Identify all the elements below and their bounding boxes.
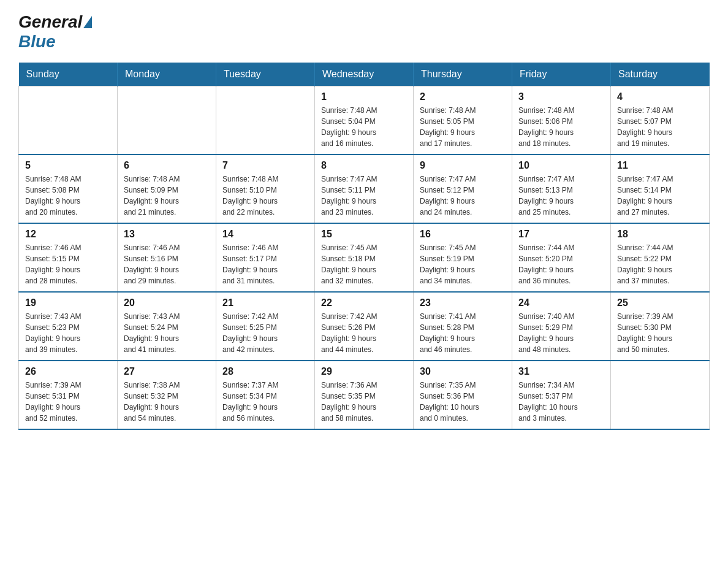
day-info: Sunrise: 7:43 AM Sunset: 5:23 PM Dayligh… [25,311,111,355]
calendar-cell: 10Sunrise: 7:47 AM Sunset: 5:13 PM Dayli… [512,155,611,223]
day-info: Sunrise: 7:46 AM Sunset: 5:15 PM Dayligh… [25,242,111,286]
day-info: Sunrise: 7:44 AM Sunset: 5:20 PM Dayligh… [518,242,604,286]
calendar-cell: 6Sunrise: 7:48 AM Sunset: 5:09 PM Daylig… [118,155,216,223]
day-number: 30 [420,366,506,377]
calendar-cell [216,86,315,155]
calendar-cell: 16Sunrise: 7:45 AM Sunset: 5:19 PM Dayli… [414,223,512,292]
day-info: Sunrise: 7:44 AM Sunset: 5:22 PM Dayligh… [617,242,703,286]
day-info: Sunrise: 7:48 AM Sunset: 5:06 PM Dayligh… [518,105,604,149]
calendar-cell: 26Sunrise: 7:39 AM Sunset: 5:31 PM Dayli… [19,361,118,429]
day-info: Sunrise: 7:46 AM Sunset: 5:17 PM Dayligh… [222,242,308,286]
logo: General Blue [18,12,92,52]
day-info: Sunrise: 7:47 AM Sunset: 5:14 PM Dayligh… [617,174,703,218]
day-info: Sunrise: 7:39 AM Sunset: 5:30 PM Dayligh… [617,311,703,355]
day-number: 24 [518,297,604,308]
calendar-cell: 8Sunrise: 7:47 AM Sunset: 5:11 PM Daylig… [315,155,414,223]
calendar-cell: 23Sunrise: 7:41 AM Sunset: 5:28 PM Dayli… [414,292,512,361]
day-number: 27 [124,366,210,377]
calendar-cell: 18Sunrise: 7:44 AM Sunset: 5:22 PM Dayli… [611,223,710,292]
day-number: 14 [222,229,308,240]
calendar-table: SundayMondayTuesdayWednesdayThursdayFrid… [18,63,710,430]
day-info: Sunrise: 7:38 AM Sunset: 5:32 PM Dayligh… [124,380,210,424]
calendar-cell [118,86,216,155]
calendar-cell: 11Sunrise: 7:47 AM Sunset: 5:14 PM Dayli… [611,155,710,223]
calendar-cell: 17Sunrise: 7:44 AM Sunset: 5:20 PM Dayli… [512,223,611,292]
day-info: Sunrise: 7:41 AM Sunset: 5:28 PM Dayligh… [420,311,506,355]
day-number: 7 [222,160,308,171]
calendar-week-row: 26Sunrise: 7:39 AM Sunset: 5:31 PM Dayli… [19,361,710,429]
day-number: 1 [321,91,407,102]
day-info: Sunrise: 7:47 AM Sunset: 5:13 PM Dayligh… [518,174,604,218]
day-info: Sunrise: 7:42 AM Sunset: 5:26 PM Dayligh… [321,311,407,355]
calendar-cell: 3Sunrise: 7:48 AM Sunset: 5:06 PM Daylig… [512,86,611,155]
calendar-cell: 21Sunrise: 7:42 AM Sunset: 5:25 PM Dayli… [216,292,315,361]
calendar-cell: 19Sunrise: 7:43 AM Sunset: 5:23 PM Dayli… [19,292,118,361]
day-number: 10 [518,160,604,171]
day-number: 25 [617,297,703,308]
header-sunday: Sunday [19,63,118,86]
calendar-header-row: SundayMondayTuesdayWednesdayThursdayFrid… [19,63,710,86]
day-number: 12 [25,229,111,240]
calendar-week-row: 5Sunrise: 7:48 AM Sunset: 5:08 PM Daylig… [19,155,710,223]
day-info: Sunrise: 7:43 AM Sunset: 5:24 PM Dayligh… [124,311,210,355]
day-number: 20 [124,297,210,308]
day-number: 16 [420,229,506,240]
calendar-cell: 12Sunrise: 7:46 AM Sunset: 5:15 PM Dayli… [19,223,118,292]
day-info: Sunrise: 7:48 AM Sunset: 5:07 PM Dayligh… [617,105,703,149]
header-monday: Monday [118,63,216,86]
day-info: Sunrise: 7:45 AM Sunset: 5:18 PM Dayligh… [321,242,407,286]
day-number: 19 [25,297,111,308]
day-info: Sunrise: 7:36 AM Sunset: 5:35 PM Dayligh… [321,380,407,424]
day-info: Sunrise: 7:48 AM Sunset: 5:08 PM Dayligh… [25,174,111,218]
calendar-cell: 25Sunrise: 7:39 AM Sunset: 5:30 PM Dayli… [611,292,710,361]
day-number: 18 [617,229,703,240]
calendar-cell: 29Sunrise: 7:36 AM Sunset: 5:35 PM Dayli… [315,361,414,429]
day-number: 11 [617,160,703,171]
calendar-cell: 4Sunrise: 7:48 AM Sunset: 5:07 PM Daylig… [611,86,710,155]
day-number: 6 [124,160,210,171]
day-number: 26 [25,366,111,377]
calendar-cell: 24Sunrise: 7:40 AM Sunset: 5:29 PM Dayli… [512,292,611,361]
day-info: Sunrise: 7:42 AM Sunset: 5:25 PM Dayligh… [222,311,308,355]
day-info: Sunrise: 7:35 AM Sunset: 5:36 PM Dayligh… [420,380,506,424]
day-info: Sunrise: 7:47 AM Sunset: 5:12 PM Dayligh… [420,174,506,218]
day-number: 5 [25,160,111,171]
calendar-cell: 9Sunrise: 7:47 AM Sunset: 5:12 PM Daylig… [414,155,512,223]
header-friday: Friday [512,63,611,86]
calendar-cell: 31Sunrise: 7:34 AM Sunset: 5:37 PM Dayli… [512,361,611,429]
calendar-cell: 13Sunrise: 7:46 AM Sunset: 5:16 PM Dayli… [118,223,216,292]
day-number: 17 [518,229,604,240]
day-number: 4 [617,91,703,102]
day-info: Sunrise: 7:45 AM Sunset: 5:19 PM Dayligh… [420,242,506,286]
header: General Blue [18,12,710,52]
day-info: Sunrise: 7:34 AM Sunset: 5:37 PM Dayligh… [518,380,604,424]
day-number: 21 [222,297,308,308]
logo-general-text: General [18,12,82,32]
logo-triangle-icon [83,16,92,28]
day-number: 22 [321,297,407,308]
day-info: Sunrise: 7:46 AM Sunset: 5:16 PM Dayligh… [124,242,210,286]
day-info: Sunrise: 7:48 AM Sunset: 5:04 PM Dayligh… [321,105,407,149]
header-saturday: Saturday [611,63,710,86]
day-number: 28 [222,366,308,377]
calendar-cell: 15Sunrise: 7:45 AM Sunset: 5:18 PM Dayli… [315,223,414,292]
calendar-cell: 30Sunrise: 7:35 AM Sunset: 5:36 PM Dayli… [414,361,512,429]
calendar-cell: 14Sunrise: 7:46 AM Sunset: 5:17 PM Dayli… [216,223,315,292]
day-number: 29 [321,366,407,377]
calendar-cell [19,86,118,155]
day-number: 31 [518,366,604,377]
day-info: Sunrise: 7:37 AM Sunset: 5:34 PM Dayligh… [222,380,308,424]
calendar-cell: 7Sunrise: 7:48 AM Sunset: 5:10 PM Daylig… [216,155,315,223]
day-number: 2 [420,91,506,102]
calendar-week-row: 12Sunrise: 7:46 AM Sunset: 5:15 PM Dayli… [19,223,710,292]
day-number: 13 [124,229,210,240]
header-thursday: Thursday [414,63,512,86]
day-number: 15 [321,229,407,240]
day-info: Sunrise: 7:39 AM Sunset: 5:31 PM Dayligh… [25,380,111,424]
calendar-cell [611,361,710,429]
calendar-cell: 1Sunrise: 7:48 AM Sunset: 5:04 PM Daylig… [315,86,414,155]
day-info: Sunrise: 7:48 AM Sunset: 5:10 PM Dayligh… [222,174,308,218]
calendar-cell: 28Sunrise: 7:37 AM Sunset: 5:34 PM Dayli… [216,361,315,429]
calendar-week-row: 1Sunrise: 7:48 AM Sunset: 5:04 PM Daylig… [19,86,710,155]
day-number: 8 [321,160,407,171]
